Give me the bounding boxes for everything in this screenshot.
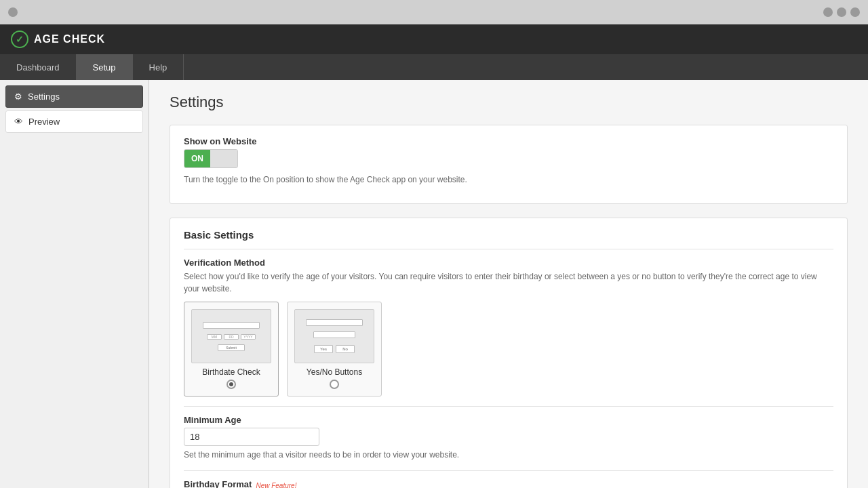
yes-no-card[interactable]: Yes No Yes/No Buttons: [287, 302, 382, 396]
mock-submit: Submit: [218, 344, 245, 351]
sidebar-item-preview[interactable]: 👁 Preview: [5, 110, 143, 133]
mock-dd: DD: [224, 334, 239, 340]
app-logo: ✓ AGE CHECK: [11, 30, 105, 48]
nav-setup[interactable]: Setup: [77, 54, 133, 80]
nav-help[interactable]: Help: [133, 54, 184, 80]
page-title: Settings: [170, 94, 848, 111]
verification-method-desc: Select how you'd like to verify the age …: [184, 270, 833, 295]
new-feature-badge: New Feature!: [256, 482, 296, 488]
birthday-format-header: Birthday Format New Feature!: [184, 479, 833, 488]
show-on-website-label: Show on Website: [184, 136, 833, 146]
settings-icon: ⚙: [14, 92, 22, 102]
browser-dot-r3: [850, 7, 860, 17]
birthdate-check-card[interactable]: MM DD YYYY Submit Birthdate Check: [184, 302, 279, 396]
verification-method-label: Verification Method: [184, 258, 833, 268]
minimum-age-input[interactable]: [184, 428, 319, 446]
browser-dot-r1: [823, 7, 833, 17]
show-on-website-desc: Turn the toggle to the On position to sh…: [184, 174, 833, 186]
browser-dot-left: [8, 7, 18, 17]
main-content: Settings Show on Website ON Turn the tog…: [149, 80, 868, 488]
mock-yes: Yes: [314, 345, 333, 353]
browser-dot-r2: [837, 7, 846, 17]
sidebar: ⚙ Settings 👁 Preview: [0, 80, 149, 488]
app-header: ✓ AGE CHECK: [0, 24, 868, 54]
show-toggle[interactable]: ON: [184, 149, 238, 168]
mock-mm: MM: [207, 334, 222, 340]
birthdate-radio[interactable]: [226, 380, 236, 389]
mock-title-bar-yn: [306, 319, 362, 326]
toggle-on-label: ON: [184, 150, 210, 167]
birthday-format-label: Birthday Format: [184, 479, 252, 488]
mock-subtitle-bar-yn: [313, 331, 355, 338]
yesno-preview: Yes No: [294, 309, 374, 363]
mock-no: No: [336, 345, 355, 353]
preview-icon: 👁: [14, 117, 23, 127]
browser-dots-right: [823, 7, 860, 17]
yes-no-radio[interactable]: [330, 380, 339, 389]
basic-settings-title: Basic Settings: [184, 229, 833, 241]
basic-settings-section: Basic Settings Verification Method Selec…: [170, 218, 848, 488]
nav-bar: Dashboard Setup Help: [0, 54, 868, 80]
verification-options: MM DD YYYY Submit Birthdate Check: [184, 302, 833, 396]
sidebar-item-settings[interactable]: ⚙ Settings: [5, 85, 143, 108]
logo-checkmark-icon: ✓: [11, 30, 28, 48]
mock-yn-buttons: Yes No: [314, 345, 355, 353]
layout: ⚙ Settings 👁 Preview Settings Show on We…: [0, 80, 868, 488]
minimum-age-group: Minimum Age Set the minimum age that a v…: [184, 415, 833, 461]
minimum-age-label: Minimum Age: [184, 415, 833, 425]
birthday-format-group: Birthday Format New Feature! MM DD YYYY …: [184, 479, 833, 488]
app-title: AGE CHECK: [34, 33, 105, 45]
browser-bar: [0, 0, 868, 24]
verification-method-group: Verification Method Select how you'd lik…: [184, 258, 833, 396]
sidebar-settings-label: Settings: [28, 92, 60, 102]
mock-date-inputs: MM DD YYYY: [207, 334, 256, 340]
sidebar-preview-label: Preview: [28, 117, 60, 127]
birthdate-check-label: Birthdate Check: [191, 367, 271, 377]
nav-dashboard[interactable]: Dashboard: [0, 54, 77, 80]
yes-no-label: Yes/No Buttons: [294, 367, 374, 377]
birthdate-preview: MM DD YYYY Submit: [191, 309, 271, 363]
show-on-website-section: Show on Website ON Turn the toggle to th…: [170, 125, 848, 204]
toggle-off-area: [210, 150, 237, 167]
mock-title-bar: [203, 322, 259, 329]
mock-yyyy: YYYY: [241, 334, 256, 340]
minimum-age-desc: Set the minimum age that a visitor needs…: [184, 449, 833, 461]
